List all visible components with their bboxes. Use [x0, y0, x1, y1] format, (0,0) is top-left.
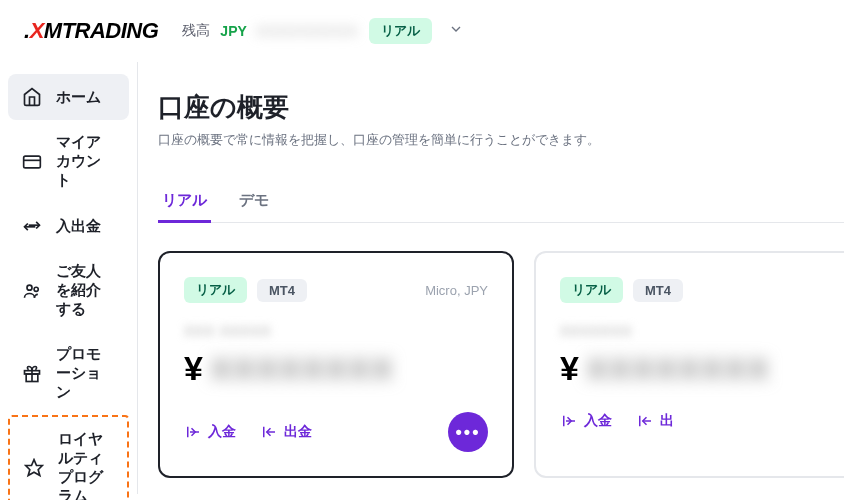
balance-amount: XXXXXXXXX — [257, 23, 359, 39]
sidebar-item-label: プロモーション — [56, 345, 115, 402]
account-type-badge: リアル — [369, 18, 432, 44]
card-balance-amount: XXXXXXXX — [587, 352, 771, 386]
sidebar: ホーム マイアカウント 入出金 ご友人を紹介する プロモーション — [0, 62, 137, 494]
svg-point-3 — [34, 287, 38, 291]
deposit-button[interactable]: 入金 — [560, 412, 612, 430]
sidebar-item-refer[interactable]: ご友人を紹介する — [8, 249, 129, 332]
gift-icon — [22, 364, 42, 384]
tab-demo[interactable]: デモ — [235, 181, 273, 223]
card-account-number: XXXXXXX — [560, 323, 844, 339]
card-account-number: XXX XXXXX — [184, 323, 488, 339]
balance-label: 残高 — [182, 22, 210, 40]
currency-symbol: ¥ — [184, 349, 203, 388]
card-balance-amount: XXXXXXXX — [211, 352, 395, 386]
more-actions-button[interactable]: ••• — [448, 412, 488, 452]
sidebar-item-promotions[interactable]: プロモーション — [8, 332, 129, 415]
card-platform-badge: MT4 — [633, 279, 683, 302]
deposit-button[interactable]: 入金 — [184, 423, 236, 441]
svg-marker-7 — [26, 460, 43, 476]
sidebar-item-funds[interactable]: 入出金 — [8, 203, 129, 249]
users-icon — [22, 281, 42, 301]
chevron-down-icon[interactable] — [448, 21, 464, 41]
card-type-badge: リアル — [560, 277, 623, 303]
sidebar-item-label: 入出金 — [56, 217, 101, 236]
withdraw-button[interactable]: 出 — [636, 412, 674, 430]
transfer-icon — [22, 216, 42, 236]
sidebar-item-account[interactable]: マイアカウント — [8, 120, 129, 203]
star-icon — [24, 458, 44, 478]
balance-currency: JPY — [220, 23, 246, 39]
card-platform-badge: MT4 — [257, 279, 307, 302]
card-type-badge: リアル — [184, 277, 247, 303]
svg-point-2 — [27, 285, 32, 290]
svg-rect-0 — [24, 156, 41, 168]
account-card: リアル MT4 XXXXXXX ¥ XXXXXXXX 入金 出 — [534, 251, 844, 478]
home-icon — [22, 87, 42, 107]
page-subtitle: 口座の概要で常に情報を把握し、口座の管理を簡単に行うことができます。 — [158, 131, 844, 149]
main-content: 口座の概要 口座の概要で常に情報を把握し、口座の管理を簡単に行うことができます。… — [137, 62, 844, 494]
withdraw-button[interactable]: 出金 — [260, 423, 312, 441]
sidebar-item-label: ロイヤルティプログラム — [58, 430, 113, 500]
card-meta: Micro, JPY — [425, 283, 488, 298]
sidebar-item-label: ホーム — [56, 88, 101, 107]
tabs: リアル デモ — [158, 181, 844, 223]
sidebar-item-home[interactable]: ホーム — [8, 74, 129, 120]
tab-real[interactable]: リアル — [158, 181, 211, 223]
card-icon — [22, 152, 42, 172]
sidebar-item-label: ご友人を紹介する — [56, 262, 115, 319]
balance-area[interactable]: 残高 JPY XXXXXXXXX リアル — [182, 18, 464, 44]
logo: .XMTRADING — [24, 18, 158, 44]
account-card: リアル MT4 Micro, JPY XXX XXXXX ¥ XXXXXXXX … — [158, 251, 514, 478]
page-title: 口座の概要 — [158, 90, 844, 125]
dots-icon: ••• — [456, 422, 481, 443]
sidebar-item-label: マイアカウント — [56, 133, 115, 190]
currency-symbol: ¥ — [560, 349, 579, 388]
sidebar-item-loyalty[interactable]: ロイヤルティプログラム — [8, 415, 129, 500]
